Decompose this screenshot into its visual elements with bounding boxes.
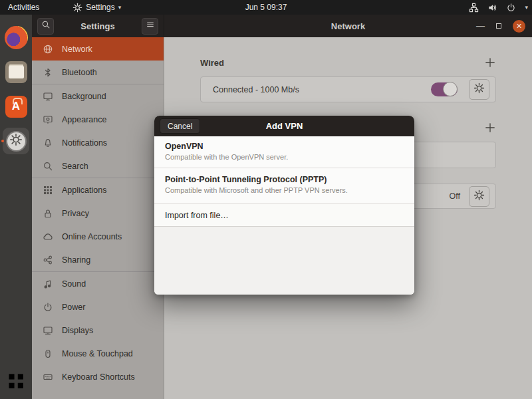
vpn-type-openvpn-row[interactable]: OpenVPN Compatible with the OpenVPN serv… [154, 136, 414, 168]
top-bar: Activities Settings ▾ Jun 5 09:37 ▾ [0, 0, 532, 15]
sidebar-item-label: Sound [62, 279, 86, 289]
privacy-icon [43, 208, 53, 219]
sidebar-item-network[interactable]: Network [32, 37, 164, 61]
firefox-icon [5, 26, 28, 49]
dock-settings-button[interactable] [1, 124, 31, 158]
sidebar-item-label: Notifications [62, 138, 107, 148]
show-applications-grid-icon [7, 372, 25, 392]
volume-icon [487, 3, 497, 13]
sidebar-item-label: Displays [62, 326, 93, 335]
chevron-down-icon: ▾ [118, 4, 122, 11]
sidebar-item-privacy[interactable]: Privacy› [32, 201, 164, 225]
sidebar-item-appearance[interactable]: Appearance [32, 108, 164, 131]
gear-icon [473, 190, 485, 203]
sidebar-header: Settings [32, 15, 164, 37]
displays-icon [43, 325, 53, 336]
sidebar-item-displays[interactable]: Displays [32, 319, 164, 342]
files-icon [5, 61, 27, 83]
sidebar-item-label: Search [62, 162, 88, 171]
sidebar-item-partial[interactable] [32, 388, 164, 399]
hamburger-icon [146, 20, 155, 32]
printer-partial-icon [43, 395, 53, 399]
pptp-title: Point-to-Point Tunneling Protocol (PPTP) [165, 175, 404, 184]
sidebar-item-label: Network [62, 45, 92, 54]
hamburger-menu-button[interactable] [142, 18, 158, 35]
wired-section-title: Wired [200, 58, 224, 68]
wired-toggle[interactable] [431, 82, 458, 96]
power-icon [506, 3, 516, 13]
app-indicator-menu[interactable]: Settings ▾ [66, 0, 128, 15]
sidebar-item-background[interactable]: Background [32, 84, 164, 108]
dialog-empty-area [154, 226, 414, 295]
sidebar-item-label: Applications [62, 186, 106, 195]
proxy-status-label: Off [450, 192, 460, 201]
cancel-button[interactable]: Cancel [160, 118, 200, 134]
sidebar-item-label: Privacy [62, 209, 89, 218]
settings-active-plate [3, 128, 29, 154]
sidebar-item-label: Mouse & Touchpad [62, 349, 133, 358]
chevron-down-icon: ▾ [525, 4, 528, 11]
sidebar-item-applications[interactable]: Applications› [32, 178, 164, 201]
pptp-subtitle: Compatible with Microsoft and other PPTP… [165, 186, 404, 194]
power-icon [43, 302, 53, 313]
sidebar-item-label: Sharing [62, 255, 90, 265]
maximize-button[interactable] [496, 23, 501, 29]
proxy-settings-button[interactable] [469, 186, 489, 207]
online-accounts-icon [43, 231, 53, 242]
sidebar-item-mouse-touchpad[interactable]: Mouse & Touchpad [32, 342, 164, 365]
sound-icon [43, 279, 53, 289]
import-from-file-label: Import from file… [165, 211, 229, 220]
search-button[interactable] [37, 18, 54, 35]
show-applications-button[interactable] [0, 372, 32, 392]
network-tree-icon [469, 3, 479, 13]
sidebar-item-keyboard-shortcuts[interactable]: Keyboard Shortcuts [32, 365, 164, 388]
notifications-icon [43, 138, 53, 148]
add-wired-connection-button[interactable] [484, 57, 496, 68]
dock-files-button[interactable] [1, 55, 31, 89]
plus-icon [484, 124, 496, 136]
titlebar-main: Network — ✕ [164, 15, 532, 37]
dock-ubuntu-software-button[interactable]: A [1, 89, 31, 124]
search-icon [43, 161, 53, 172]
wired-settings-button[interactable] [469, 79, 489, 100]
sidebar-item-bluetooth[interactable]: Bluetooth [32, 61, 164, 84]
close-button[interactable]: ✕ [513, 20, 525, 33]
wired-status-label: Connected - 1000 Mb/s [213, 85, 431, 94]
appearance-icon [43, 114, 53, 125]
sidebar-item-label: Appearance [62, 115, 106, 124]
mouse-icon [43, 348, 53, 359]
sidebar-item-search[interactable]: Search [32, 154, 164, 178]
search-icon [41, 20, 51, 32]
plus-icon [484, 59, 496, 70]
settings-sidebar: NetworkBluetoothBackgroundAppearanceNoti… [32, 37, 164, 399]
sidebar-item-power[interactable]: Power [32, 295, 164, 319]
gear-icon [72, 3, 82, 13]
ubuntu-software-icon: A [5, 96, 27, 118]
sidebar-item-online-accounts[interactable]: Online Accounts [32, 225, 164, 248]
import-from-file-row[interactable]: Import from file… [154, 204, 414, 226]
vpn-type-pptp-row[interactable]: Point-to-Point Tunneling Protocol (PPTP)… [154, 168, 414, 203]
sidebar-item-sharing[interactable]: Sharing [32, 248, 164, 271]
activities-button[interactable]: Activities [0, 0, 47, 15]
add-vpn-button[interactable] [484, 122, 496, 134]
sidebar-item-notifications[interactable]: Notifications [32, 131, 164, 154]
applications-icon [43, 185, 53, 196]
minimize-button[interactable]: — [476, 23, 485, 29]
network-globe-icon [43, 44, 53, 55]
bluetooth-icon [43, 67, 53, 78]
sharing-icon [43, 255, 53, 265]
window-titlebar[interactable]: Settings Network — ✕ [32, 15, 532, 37]
toggle-knob [443, 82, 458, 96]
background-icon [43, 91, 53, 102]
wired-connection-row[interactable]: Connected - 1000 Mb/s [200, 76, 496, 102]
add-vpn-dialog: Cancel Add VPN OpenVPN Compatible with t… [154, 116, 414, 295]
dock-firefox-button[interactable] [1, 20, 31, 55]
app-indicator-label: Settings [86, 3, 114, 12]
dialog-header: Cancel Add VPN [154, 116, 414, 136]
sidebar-item-sound[interactable]: Sound [32, 272, 164, 295]
system-status-area[interactable]: ▾ [469, 0, 528, 15]
sidebar-item-label: Power [62, 303, 85, 312]
dock: A [0, 15, 32, 399]
openvpn-title: OpenVPN [165, 142, 404, 151]
gear-icon [473, 82, 485, 96]
